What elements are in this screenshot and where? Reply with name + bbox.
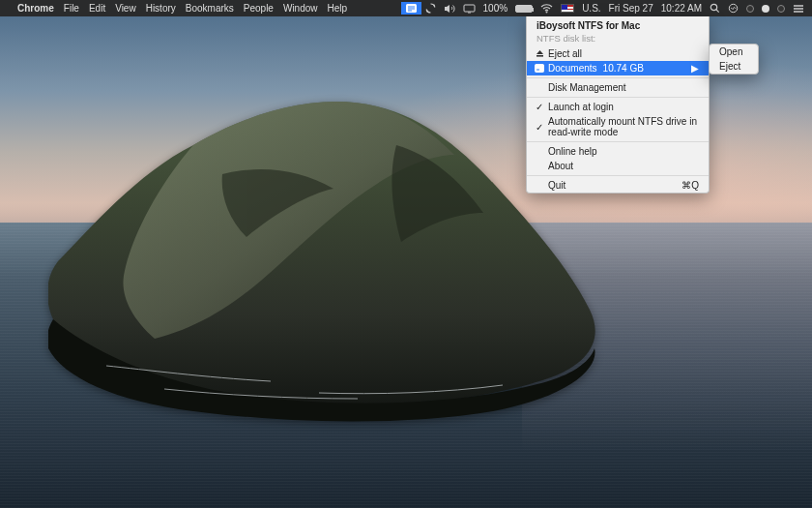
siri-icon[interactable]: [728, 3, 739, 14]
disk-icon: [535, 64, 544, 73]
dropdown-subtitle: NTFS disk list:: [527, 33, 709, 46]
input-flag-icon[interactable]: [561, 4, 574, 13]
divider: [527, 77, 709, 78]
menu-help[interactable]: Help: [328, 3, 348, 14]
wifi-icon[interactable]: [540, 4, 553, 14]
eject-all-label: Eject all: [548, 48, 582, 59]
battery-percent[interactable]: 100%: [483, 3, 508, 14]
submenu-arrow-icon: ▶: [691, 63, 699, 74]
eject-icon: [535, 49, 544, 58]
submenu-eject[interactable]: Eject: [710, 59, 758, 74]
quit-label: Quit: [548, 180, 566, 191]
menu-file[interactable]: File: [64, 3, 79, 14]
disk-submenu: Open Eject: [709, 44, 759, 75]
divider: [527, 175, 709, 176]
svg-rect-6: [536, 55, 543, 57]
svg-rect-1: [464, 5, 475, 12]
menu-people[interactable]: People: [244, 3, 274, 14]
menubar: Chrome File Edit View History Bookmarks …: [0, 0, 812, 16]
check-icon: ✓: [535, 122, 544, 133]
disk-size-label: 10.74 GB: [603, 63, 644, 74]
battery-icon[interactable]: [515, 5, 533, 13]
menubar-time[interactable]: 10:22 AM: [661, 3, 702, 14]
menu-bookmarks[interactable]: Bookmarks: [186, 3, 234, 14]
dropdown-eject-all[interactable]: Eject all: [527, 46, 709, 61]
dropdown-online-help[interactable]: Online help: [527, 144, 709, 159]
check-icon: ✓: [535, 102, 544, 112]
submenu-open-label: Open: [719, 46, 742, 57]
spotlight-icon[interactable]: [710, 3, 720, 14]
volume-icon[interactable]: [444, 4, 455, 14]
svg-rect-2: [468, 12, 471, 13]
notification-center-icon[interactable]: [793, 4, 804, 14]
menubar-date[interactable]: Fri Sep 27: [609, 3, 653, 14]
status-dot-3[interactable]: [777, 5, 785, 13]
dropdown-disk-management[interactable]: Disk Management: [527, 80, 709, 95]
dropdown-disk-documents[interactable]: Documents 10.74 GB ▶: [527, 61, 709, 75]
iboysoft-dropdown: iBoysoft NTFS for Mac NTFS disk list: Ej…: [526, 16, 710, 194]
display-icon[interactable]: [463, 4, 476, 14]
menu-history[interactable]: History: [146, 3, 176, 14]
submenu-eject-label: Eject: [719, 61, 740, 72]
svg-rect-7: [536, 65, 544, 73]
svg-point-3: [546, 11, 548, 13]
dropdown-quit[interactable]: Quit ⌘Q: [527, 178, 709, 193]
divider: [527, 141, 709, 142]
svg-rect-8: [536, 70, 539, 71]
auto-mount-label: Automatically mount NTFS drive in read-w…: [548, 116, 699, 137]
dropdown-title: iBoysoft NTFS for Mac: [527, 16, 709, 33]
submenu-open[interactable]: Open: [710, 45, 758, 59]
svg-point-4: [710, 4, 716, 10]
sync-icon[interactable]: [425, 3, 436, 14]
menu-window[interactable]: Window: [283, 3, 318, 14]
quit-shortcut: ⌘Q: [682, 180, 699, 191]
dropdown-launch-at-login[interactable]: ✓ Launch at login: [527, 100, 709, 114]
disk-mgmt-label: Disk Management: [548, 82, 626, 93]
status-dot-1[interactable]: [746, 5, 754, 13]
online-help-label: Online help: [548, 146, 597, 157]
menu-edit[interactable]: Edit: [89, 3, 105, 14]
dropdown-auto-mount[interactable]: ✓ Automatically mount NTFS drive in read…: [527, 114, 709, 139]
input-source-label[interactable]: U.S.: [582, 3, 600, 14]
app-menu[interactable]: Chrome: [17, 3, 54, 14]
dropdown-about[interactable]: About: [527, 159, 709, 173]
launch-login-label: Launch at login: [548, 102, 614, 112]
iboysoft-menubar-icon[interactable]: [401, 2, 421, 15]
desktop: Chrome File Edit View History Bookmarks …: [0, 0, 812, 508]
menu-view[interactable]: View: [115, 3, 136, 14]
about-label: About: [548, 161, 573, 171]
disk-name-label: Documents: [548, 63, 597, 74]
divider: [527, 97, 709, 98]
status-dot-2[interactable]: [762, 5, 769, 13]
